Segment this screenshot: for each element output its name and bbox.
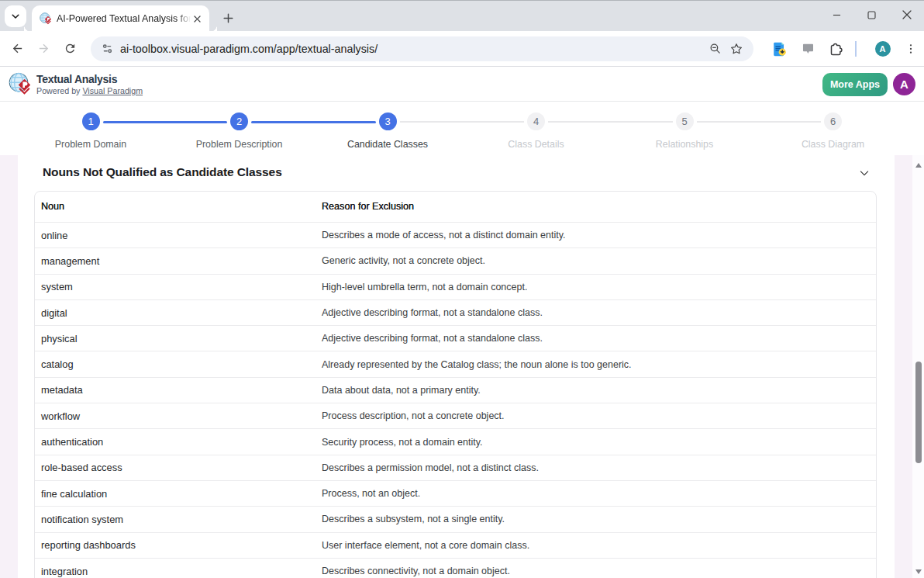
comment-bubble-extension-icon[interactable] [796, 37, 819, 61]
noun-cell: reporting dashboards [34, 533, 315, 559]
table-row: integrationDescribes connectivity, not a… [34, 559, 877, 578]
scrollbar-down-arrow[interactable] [915, 569, 922, 574]
reason-cell: Process, not an object. [315, 481, 877, 507]
section-collapse-chevron-icon[interactable] [859, 168, 870, 178]
extensions-puzzle-icon[interactable] [824, 37, 847, 61]
zoom-out-icon[interactable] [704, 38, 726, 60]
noun-cell: online [34, 223, 315, 248]
step-label-4: Class Details [508, 139, 564, 150]
step-connector [251, 121, 376, 123]
toolbar-extensions-area: A [766, 37, 922, 61]
reason-cell: Describes a subsystem, not a single enti… [315, 507, 877, 532]
step-connector [697, 121, 822, 123]
section-header[interactable]: Nouns Not Qualified as Candidate Classes [18, 155, 895, 191]
back-arrow-icon [11, 42, 24, 55]
step-label-3: Candidate Classes [347, 139, 428, 150]
reason-cell: Describes a permission model, not a dist… [315, 455, 877, 481]
new-tab-button[interactable] [217, 7, 239, 29]
noun-cell: role-based access [34, 455, 315, 481]
reason-cell: Describes connectivity, not a domain obj… [315, 559, 877, 578]
site-info-icon[interactable] [97, 39, 117, 59]
table-row: catalogAlready represented by the Catalo… [34, 351, 877, 377]
noun-cell: integration [34, 559, 315, 578]
table-row: managementGeneric activity, not a concre… [34, 248, 877, 274]
step-circle-3[interactable]: 3 [379, 112, 397, 130]
table-row: fine calculationProcess, not an object. [34, 481, 877, 507]
zoom-magnifier-icon [709, 42, 722, 55]
visual-paradigm-link[interactable]: Visual Paradigm [82, 86, 143, 95]
reason-cell: Already represented by the Catalog class… [315, 351, 877, 377]
step-circle-6[interactable]: 6 [824, 112, 842, 130]
step-label-1: Problem Domain [55, 139, 126, 150]
doc-download-extension-icon[interactable] [768, 37, 791, 61]
app-title: Textual Analysis [36, 73, 143, 85]
reason-cell: High-level umbrella term, not a domain c… [315, 275, 877, 300]
scrollbar-thumb[interactable] [915, 362, 922, 463]
tab-title: AI-Powered Textual Analysis for [57, 13, 191, 24]
step-circle-1[interactable]: 1 [82, 112, 100, 130]
forward-button[interactable] [30, 36, 57, 62]
app-user-avatar[interactable]: A [893, 73, 915, 95]
step-label-5: Relationships [656, 139, 713, 150]
star-icon [729, 42, 743, 56]
table-row: systemHigh-level umbrella term, not a do… [34, 275, 877, 300]
table-row: metadataData about data, not a primary e… [34, 378, 877, 403]
table-header-row: Noun Reason for Exclusion [34, 191, 877, 223]
reason-cell: Adjective describing format, not a stand… [315, 300, 877, 326]
tab-search-button[interactable] [5, 5, 26, 27]
browser-toolbar: ai-toolbox.visual-paradigm.com/app/textu… [0, 31, 924, 67]
column-header-noun: Noun [34, 191, 315, 223]
tab-close-icon[interactable] [191, 12, 203, 25]
step-connector [103, 121, 228, 123]
page-content: Nouns Not Qualified as Candidate Classes… [0, 155, 924, 578]
step-circle-4[interactable]: 4 [527, 112, 545, 130]
noun-cell: system [34, 275, 315, 300]
noun-cell: metadata [34, 378, 315, 403]
browser-tab[interactable]: AI-Powered Textual Analysis for [32, 5, 209, 32]
puzzle-icon [828, 41, 843, 57]
scrollbar-up-arrow[interactable] [915, 163, 922, 168]
toolbar-separator [855, 41, 857, 57]
table-row: workflowProcess description, not a concr… [34, 403, 877, 429]
table-row: reporting dashboardsUser interface eleme… [34, 533, 877, 559]
visual-paradigm-favicon [40, 12, 52, 25]
plus-icon [222, 12, 235, 25]
more-apps-button[interactable]: More Apps [822, 73, 888, 96]
url-text[interactable]: ai-toolbox.visual-paradigm.com/app/textu… [120, 43, 704, 55]
window-maximize-button[interactable] [854, 2, 889, 27]
column-header-reason: Reason for Exclusion [315, 191, 877, 223]
table-row: notification systemDescribes a subsystem… [34, 507, 877, 532]
reason-cell: User interface element, not a core domai… [315, 533, 877, 559]
back-button[interactable] [4, 36, 30, 62]
section-title: Nouns Not Qualified as Candidate Classes [43, 165, 282, 179]
table-row: role-based accessDescribes a permission … [34, 455, 877, 481]
vertical-scrollbar[interactable] [912, 155, 924, 578]
noun-cell: catalog [34, 351, 315, 377]
step-circle-5[interactable]: 5 [676, 112, 694, 130]
browser-tab-strip: AI-Powered Textual Analysis for [0, 0, 924, 31]
three-dot-menu-icon [905, 43, 917, 55]
powered-by: Powered by Visual Paradigm [36, 86, 143, 95]
browser-profile-avatar[interactable]: A [875, 41, 891, 57]
step-connector [548, 121, 673, 123]
reason-cell: Security process, not a domain entity. [315, 429, 877, 455]
reason-cell: Generic activity, not a concrete object. [315, 248, 877, 274]
noun-cell: management [34, 248, 315, 274]
window-minimize-button[interactable] [819, 2, 854, 27]
step-label-2: Problem Description [196, 139, 283, 150]
noun-cell: digital [34, 300, 315, 326]
bookmark-star-icon[interactable] [726, 38, 747, 60]
noun-cell: physical [34, 326, 315, 351]
wizard-stepper: 1Problem Domain2Problem Description3Cand… [0, 102, 924, 155]
step-connector [400, 121, 525, 123]
app-header: Textual Analysis Powered by Visual Parad… [0, 67, 924, 102]
address-bar[interactable]: ai-toolbox.visual-paradigm.com/app/textu… [91, 36, 753, 61]
browser-menu-icon[interactable] [899, 37, 922, 61]
step-circle-2[interactable]: 2 [230, 112, 248, 130]
table-row: digitalAdjective describing format, not … [34, 300, 877, 326]
doc-download-icon [771, 40, 788, 57]
step-label-6: Class Diagram [802, 139, 864, 150]
window-close-button[interactable] [889, 2, 924, 27]
forward-arrow-icon [37, 42, 50, 55]
reload-button[interactable] [57, 36, 83, 62]
